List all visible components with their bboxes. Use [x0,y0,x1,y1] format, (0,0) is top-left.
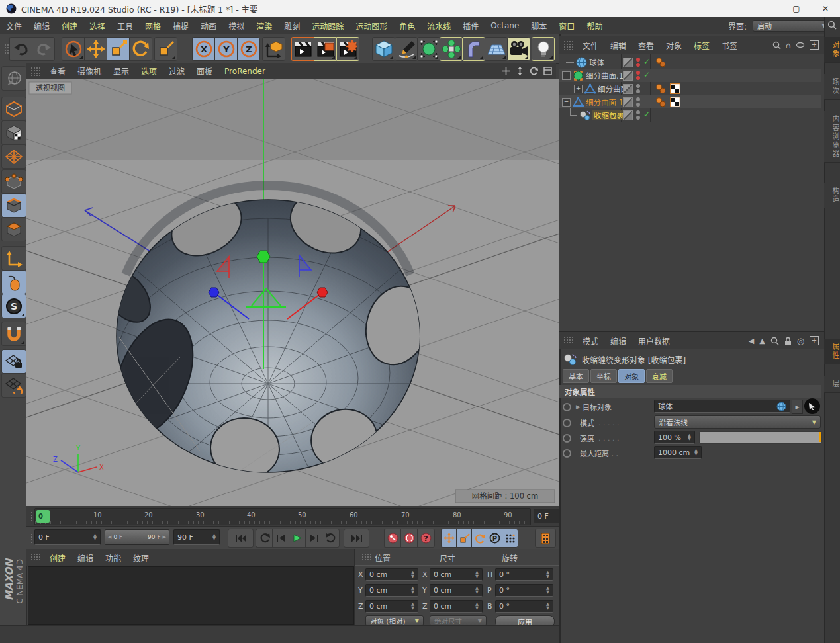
edges-mode-button[interactable] [1,193,26,218]
camera-button[interactable] [507,37,530,61]
rot-p-field[interactable]: 0 °▲▼ [495,584,553,597]
viewport-menu-filter[interactable]: 过滤 [163,65,191,77]
render-visibility-dot[interactable] [636,116,640,120]
menu-plugins[interactable]: 插件 [457,21,485,32]
viewport-zoom-icon[interactable] [516,67,524,75]
light-button[interactable] [532,37,555,61]
am-forward-icon[interactable]: ▲ [759,337,765,345]
am-add-icon[interactable]: + [810,336,819,345]
snap-s-button[interactable]: S [1,294,26,318]
rotate-tool[interactable] [129,37,152,61]
magnet-snap-button[interactable] [1,322,26,346]
end-frame-field[interactable]: 90 F ▲▼ [173,529,220,545]
autokey-button[interactable] [400,529,418,548]
viewport-toggle-icon[interactable] [543,67,552,75]
z-axis-lock[interactable]: Z [237,37,260,61]
play-forward-button[interactable] [289,529,306,548]
editor-visibility-dot[interactable] [636,110,640,114]
axis-mode-button[interactable] [1,246,26,271]
y-axis-lock[interactable]: Y [214,37,237,61]
menu-simulate[interactable]: 模拟 [222,21,250,32]
menu-window[interactable]: 窗口 [553,21,581,32]
keyframe-ring-icon[interactable] [563,434,571,443]
pos-y-field[interactable]: 0 cm▲▼ [365,584,418,597]
am-menu-edit[interactable]: 编辑 [604,335,632,347]
viewport-menu-grip[interactable] [30,67,41,76]
goto-start-button[interactable] [228,529,254,548]
am-menu-userdata[interactable]: 用户数据 [632,335,676,347]
frame-field[interactable]: 0 F ▲▼ [34,529,101,545]
timeline-playhead[interactable]: 0 [36,510,50,523]
previous-frame-button[interactable] [272,529,289,548]
key-parameter-toggle[interactable]: P [487,529,502,548]
am-lock-icon[interactable] [784,337,792,345]
last-used-tool[interactable] [154,37,177,61]
material-menu-texture[interactable]: 纹理 [127,552,155,564]
maxdistance-field[interactable]: 1000 cm ▲▼ [654,446,702,459]
menu-mograph[interactable]: 运动图形 [350,21,393,32]
scale-tool[interactable] [107,37,129,61]
keyframe-ring-icon[interactable] [563,419,571,427]
size-y-field[interactable]: 0 cm▲▼ [430,584,483,597]
bend-deformer-button[interactable] [462,37,485,61]
stepper-icon[interactable]: ▲▼ [692,449,698,456]
goto-end-button[interactable] [344,529,369,548]
rotate-workplane-button[interactable] [1,373,26,398]
side-tab-objects[interactable]: 对象 [824,37,840,63]
menu-character[interactable]: 角色 [393,21,421,32]
viewport-menu-panel[interactable]: 面板 [191,65,218,77]
record-keyframe-button[interactable] [384,529,401,548]
render-visibility-dot[interactable] [636,63,640,67]
texture-mode-button[interactable] [1,120,26,145]
layer-box[interactable] [623,110,633,120]
layer-box[interactable] [623,58,633,67]
expand-icon[interactable]: + [574,85,583,93]
material-grip[interactable] [30,553,41,562]
editor-visibility-dot[interactable] [636,84,640,88]
om-grip[interactable] [563,40,574,50]
menu-pipeline[interactable]: 流水线 [421,21,457,32]
target-object-field[interactable]: 球体 [654,400,790,413]
editor-visibility-dot[interactable] [636,58,640,62]
timeline-mode-button[interactable] [535,529,556,548]
render-picture-viewer-button[interactable] [314,37,336,61]
om-menu-file[interactable]: 文件 [577,40,604,51]
tab-basic[interactable]: 基本 [563,369,589,383]
layer-box[interactable] [623,97,633,107]
menu-animate[interactable]: 动画 [195,21,222,32]
object-row-sds-child[interactable]: + 细分曲面 [559,82,821,95]
array-generator-button[interactable] [440,37,463,61]
am-target-icon[interactable]: ◎ [797,336,804,346]
menu-sculpt[interactable]: 雕刻 [278,21,306,32]
expand-triangle-icon[interactable]: ▶ [576,404,581,410]
material-list-area[interactable] [28,566,354,625]
subdivision-surface-button[interactable] [417,37,440,61]
timeline-ruler[interactable]: 0 10 20 30 40 50 60 70 80 90 [34,508,531,525]
menu-file[interactable]: 文件 [0,21,28,32]
menu-octane[interactable]: Octane [485,21,525,30]
key-pla-toggle[interactable] [502,529,518,548]
tab-coordinates[interactable]: 坐标 [590,369,617,383]
am-grip[interactable] [563,336,574,345]
object-row-sds-selected[interactable]: − 细分曲面 1 [559,95,821,108]
editor-visibility-dot[interactable] [636,97,640,101]
render-visibility-dot[interactable] [636,103,640,107]
gizmo-z-knob[interactable] [209,288,219,297]
workplane-grid-button[interactable] [1,144,26,169]
play-reverse-button[interactable] [256,529,273,548]
phong-tag-icon[interactable] [655,97,666,107]
range-left-icon[interactable]: ◀ [108,535,111,540]
minimize-button[interactable]: — [753,1,782,17]
coordinate-system-toggle[interactable] [262,37,285,61]
spline-pen-button[interactable] [395,37,418,61]
mode-dropdown[interactable]: 沿着法线 ▼ [654,415,821,429]
side-tab-layers[interactable]: 层 [824,376,840,393]
layer-box[interactable] [623,84,633,94]
viewport-menu-options[interactable]: 选项 [135,65,163,77]
mouse-tweak-button[interactable] [1,270,26,294]
undo-button[interactable] [9,37,32,61]
viewport-menu-view[interactable]: 查看 [44,65,71,77]
make-editable-button[interactable] [1,66,26,91]
strip-search-icon[interactable] [827,21,837,30]
rot-h-field[interactable]: 0 °▲▼ [495,568,553,581]
